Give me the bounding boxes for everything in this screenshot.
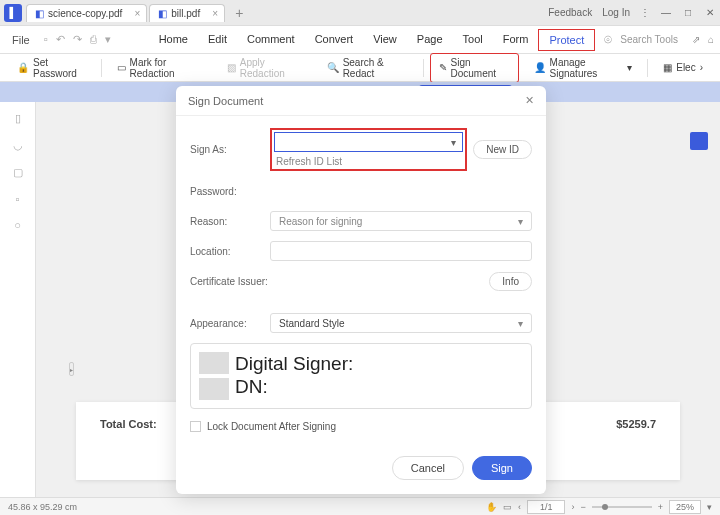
sign-document-dialog: Sign Document ✕ Sign As: ▾ Refresh ID Li…	[176, 86, 546, 494]
menu-comment[interactable]: Comment	[237, 29, 305, 51]
ribbon: 🔒 Set Password ▭ Mark for Redaction ▧ Ap…	[0, 54, 720, 82]
search-redact-button[interactable]: 🔍 Search & Redact	[318, 53, 417, 83]
pdf-icon: ◧	[35, 8, 44, 19]
chevron-down-icon: ▾	[518, 216, 523, 227]
dropdown-icon[interactable]: ▾	[105, 33, 111, 46]
label: Sign Document	[451, 57, 510, 79]
left-sidebar: ▯ ◡ ▢ ▫ ○	[0, 102, 36, 497]
export-icon[interactable]: ⇗	[692, 34, 700, 45]
menubar: File ▫ ↶ ↷ ⎙ ▾ Home Edit Comment Convert…	[0, 26, 720, 54]
comment-icon[interactable]: ▢	[13, 166, 23, 179]
word-export-icon[interactable]	[690, 132, 708, 150]
mark-redaction-button[interactable]: ▭ Mark for Redaction	[108, 53, 212, 83]
close-dialog-icon[interactable]: ✕	[525, 94, 534, 107]
zoom-value[interactable]: 25%	[669, 500, 701, 514]
page-indicator[interactable]: 1/1	[527, 500, 566, 514]
close-icon[interactable]: ×	[212, 8, 218, 19]
total-cost-label: Total Cost:	[100, 418, 157, 430]
chevron-down-icon: ▾	[627, 62, 632, 73]
select-tool-icon[interactable]: ▭	[503, 502, 512, 512]
zoom-out-icon[interactable]: −	[580, 502, 585, 512]
close-window-icon[interactable]: ✕	[704, 7, 716, 19]
pdf-icon: ◧	[158, 8, 167, 19]
prev-page-icon[interactable]: ‹	[518, 502, 521, 512]
appearance-value: Standard Style	[279, 318, 345, 329]
reason-label: Reason:	[190, 216, 270, 227]
zoom-slider[interactable]	[592, 506, 652, 508]
signature-preview: Digital Signer: DN:	[190, 343, 532, 409]
lock-label: Lock Document After Signing	[207, 421, 336, 432]
manage-signatures-button[interactable]: 👤 Manage Signatures ▾	[525, 53, 642, 83]
issuer-label: Certificate Issuer:	[190, 276, 270, 287]
label: Search & Redact	[343, 57, 408, 79]
next-page-icon[interactable]: ›	[571, 502, 574, 512]
apply-icon: ▧	[227, 62, 236, 73]
location-input[interactable]	[270, 241, 532, 261]
elec-icon: ▦	[663, 62, 672, 73]
menu-view[interactable]: View	[363, 29, 407, 51]
redo-icon[interactable]: ↷	[73, 33, 82, 46]
menu-protect[interactable]: Protect	[538, 29, 595, 51]
electronic-button[interactable]: ▦ Elec ›	[654, 58, 712, 77]
reason-placeholder: Reason for signing	[279, 216, 362, 227]
zoom-in-icon[interactable]: +	[658, 502, 663, 512]
password-label: Password:	[190, 186, 270, 197]
menu-home[interactable]: Home	[149, 29, 198, 51]
sign-document-button[interactable]: ✎ Sign Document	[430, 53, 519, 83]
titlebar: ▌ ◧ science-copy.pdf × ◧ bill.pdf × + Fe…	[0, 0, 720, 26]
save-icon[interactable]: ▫	[44, 33, 48, 46]
kebab-icon[interactable]: ⋮	[640, 7, 650, 18]
undo-icon[interactable]: ↶	[56, 33, 65, 46]
chevron-down-icon: ▾	[451, 137, 456, 148]
appearance-select[interactable]: Standard Style ▾	[270, 313, 532, 333]
refresh-id-list[interactable]: Refresh ID List	[274, 156, 463, 167]
chevron-down-icon[interactable]: ▾	[707, 502, 712, 512]
thumbnails-icon[interactable]: ▯	[15, 112, 21, 125]
label: Apply Redaction	[240, 57, 303, 79]
label: Set Password	[33, 57, 86, 79]
set-password-button[interactable]: 🔒 Set Password	[8, 53, 95, 83]
close-icon[interactable]: ×	[134, 8, 140, 19]
dialog-title: Sign Document	[188, 95, 263, 107]
new-tab-button[interactable]: +	[227, 5, 251, 21]
tab-science[interactable]: ◧ science-copy.pdf ×	[26, 4, 147, 22]
menu-form[interactable]: Form	[493, 29, 539, 51]
lock-checkbox[interactable]	[190, 421, 201, 432]
cancel-button[interactable]: Cancel	[392, 456, 464, 480]
tab-bill[interactable]: ◧ bill.pdf ×	[149, 4, 225, 22]
feedback-link[interactable]: Feedback	[548, 7, 592, 18]
scroll-handle[interactable]: ▸	[69, 362, 74, 376]
menu-edit[interactable]: Edit	[198, 29, 237, 51]
hand-tool-icon[interactable]: ✋	[486, 502, 497, 512]
menu-convert[interactable]: Convert	[305, 29, 364, 51]
menu-page[interactable]: Page	[407, 29, 453, 51]
info-button[interactable]: Info	[489, 272, 532, 291]
dimensions-readout: 45.86 x 95.29 cm	[8, 502, 77, 512]
search-panel-icon[interactable]: ○	[14, 219, 21, 231]
login-link[interactable]: Log In	[602, 7, 630, 18]
preview-block	[199, 352, 229, 374]
file-menu[interactable]: File	[6, 34, 36, 46]
sign-as-select[interactable]: ▾	[274, 132, 463, 152]
search-tools-placeholder[interactable]: Search Tools	[620, 34, 678, 45]
attachment-icon[interactable]: ▫	[16, 193, 20, 205]
chevron-down-icon: ▾	[518, 318, 523, 329]
menu-tool[interactable]: Tool	[453, 29, 493, 51]
label: Mark for Redaction	[130, 57, 203, 79]
search-redact-icon: 🔍	[327, 62, 339, 73]
sign-button[interactable]: Sign	[472, 456, 532, 480]
signature-icon: ✎	[439, 62, 447, 73]
home-icon[interactable]: ⌂	[708, 34, 714, 45]
label: Manage Signatures	[550, 57, 624, 79]
tab-label: bill.pdf	[171, 8, 200, 19]
reason-select[interactable]: Reason for signing ▾	[270, 211, 532, 231]
new-id-button[interactable]: New ID	[473, 140, 532, 159]
maximize-icon[interactable]: □	[682, 7, 694, 19]
redaction-icon: ▭	[117, 62, 126, 73]
minimize-icon[interactable]: —	[660, 7, 672, 19]
preview-block	[199, 378, 229, 400]
bookmark-icon[interactable]: ◡	[13, 139, 23, 152]
search-icon: ⦾	[604, 34, 612, 46]
tab-label: science-copy.pdf	[48, 8, 122, 19]
print-icon[interactable]: ⎙	[90, 33, 97, 46]
